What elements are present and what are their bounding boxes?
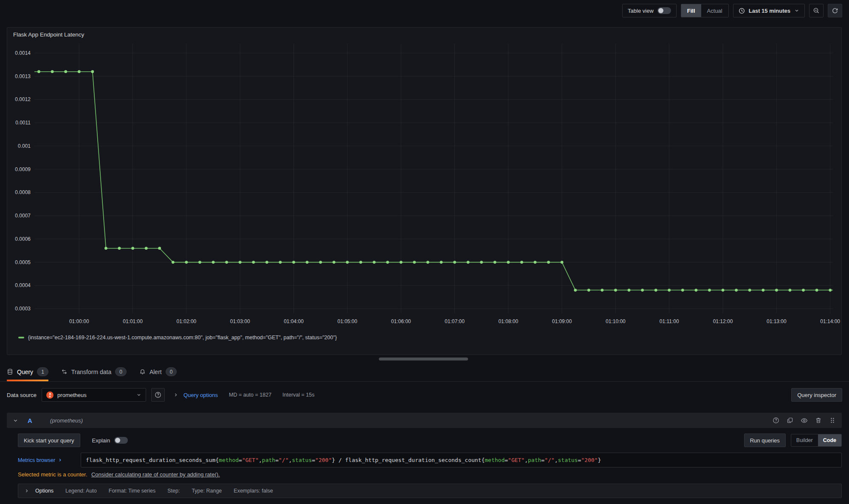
table-view-control[interactable]: Table view [622, 4, 677, 17]
series-point [145, 247, 148, 250]
datasource-help-button[interactable] [151, 388, 165, 402]
series-line [34, 72, 833, 290]
pane-resize-handle[interactable] [379, 358, 468, 360]
eye-icon [801, 417, 808, 424]
x-tick-label: 01:01:00 [123, 318, 143, 324]
legend-series-label[interactable]: {instance="ec2-184-169-216-224.us-west-1… [28, 335, 337, 341]
delete-query-button[interactable] [815, 417, 822, 424]
toggle-query-visibility-button[interactable] [801, 417, 808, 424]
time-range-picker[interactable]: Last 15 minutes [733, 4, 805, 17]
query-row-header[interactable]: A (prometheus) [7, 413, 842, 428]
promql-query-input[interactable]: flask_http_request_duration_seconds_sum{… [81, 453, 842, 467]
explain-label: Explain [92, 437, 110, 444]
tab-transform-data[interactable]: Transform data 0 [61, 362, 127, 381]
series-point [426, 261, 429, 264]
query-row-body: Kick start your query Explain Run querie… [7, 428, 842, 498]
fill-actual-segmented: Fill Actual [681, 4, 729, 17]
legend: {instance="ec2-184-169-216-224.us-west-1… [18, 335, 841, 341]
query-ref-id[interactable]: A [28, 417, 32, 424]
refresh-button[interactable] [828, 4, 842, 17]
y-tick-label: 0.0003 [15, 306, 31, 312]
series-point [279, 261, 282, 264]
run-queries-button[interactable]: Run queries [744, 434, 786, 447]
chevron-down-icon [794, 8, 799, 13]
series-point [587, 289, 590, 292]
x-tick-label: 01:03:00 [230, 318, 250, 324]
x-tick-label: 01:13:00 [767, 318, 787, 324]
query-options-collapsed[interactable]: Options Legend: AutoFormat: Time seriesS… [18, 484, 842, 498]
warning-text: Selected metric is a counter. [18, 471, 87, 478]
tab-alert[interactable]: Alert 0 [139, 362, 177, 381]
query-input-row: Metrics browser flask_http_request_durat… [18, 453, 842, 467]
metrics-browser-toggle[interactable]: Metrics browser [18, 457, 81, 463]
drag-query-handle[interactable] [829, 417, 836, 424]
promql-token: method [219, 457, 239, 463]
series-point [239, 261, 242, 264]
series-point [775, 289, 778, 292]
y-tick-label: 0.0008 [15, 189, 31, 195]
explain-toggle[interactable] [114, 437, 128, 444]
series-point [252, 261, 255, 264]
series-point [668, 289, 671, 292]
duplicate-query-button[interactable] [787, 417, 793, 424]
zoom-out-button[interactable] [809, 4, 824, 17]
panel-title: Flask App Endpoint Latency [7, 28, 841, 38]
y-tick-label: 0.0009 [15, 166, 31, 172]
tab-query[interactable]: Query 1 [7, 362, 48, 381]
query-help-button[interactable] [773, 417, 779, 424]
series-point [695, 289, 698, 292]
x-tick-label: 01:12:00 [713, 318, 733, 324]
add-rate-link[interactable]: Consider calculating rate of counter by … [91, 471, 220, 478]
promql-token: , [259, 457, 262, 463]
series-point [829, 289, 832, 292]
series-point [601, 289, 604, 292]
promql-token: status [558, 457, 578, 463]
editor-tabs: Query 1 Transform data 0 Alert 0 [0, 362, 849, 382]
x-tick-label: 01:02:00 [177, 318, 197, 324]
series-point [413, 261, 416, 264]
series-point [386, 261, 389, 264]
query-inspector-button[interactable]: Query inspector [791, 388, 842, 402]
y-tick-label: 0.0005 [15, 259, 31, 265]
collapse-chevron-icon[interactable] [13, 418, 18, 423]
series-point [37, 70, 40, 73]
datasource-row: Data source prometheus Query options MD … [0, 386, 849, 404]
series-point [212, 261, 215, 264]
bell-icon [139, 369, 146, 375]
actual-button[interactable]: Actual [701, 4, 728, 17]
query-datasource-hint: (prometheus) [50, 417, 83, 424]
series-point [78, 70, 81, 73]
x-tick-label: 01:00:00 [69, 318, 89, 324]
series-point [333, 261, 336, 264]
builder-code-segmented: Builder Code [791, 434, 842, 447]
transform-icon [61, 369, 68, 375]
option-summary-item: Format: Time series [109, 488, 155, 494]
builder-button[interactable]: Builder [791, 434, 818, 446]
legend-series-swatch [18, 337, 24, 338]
promql-token: } [598, 457, 601, 463]
code-button[interactable]: Code [818, 434, 841, 446]
series-point [292, 261, 295, 264]
y-tick-label: 0.001 [18, 143, 31, 149]
fill-button[interactable]: Fill [681, 4, 701, 17]
time-series-chart[interactable]: 0.00140.00130.00120.00110.0010.00090.000… [7, 39, 841, 335]
database-icon [7, 369, 13, 375]
table-view-toggle[interactable] [657, 7, 671, 14]
series-point [480, 261, 483, 264]
counter-warning: Selected metric is a counter. Consider c… [18, 471, 842, 478]
zoom-out-icon [813, 7, 820, 14]
dashboard-header: Table view Fill Actual Last 15 minutes [0, 0, 849, 21]
datasource-picker[interactable]: prometheus [42, 388, 146, 402]
series-point [815, 289, 818, 292]
chart-svg: 0.00140.00130.00120.00110.0010.00090.000… [7, 39, 841, 333]
promql-token: path [262, 457, 275, 463]
series-point [158, 247, 161, 250]
query-options-toggle[interactable]: Query options [183, 392, 218, 398]
y-tick-label: 0.0007 [15, 213, 31, 219]
kick-start-query-button[interactable]: Kick start your query [18, 434, 80, 447]
promql-token: "200" [581, 457, 598, 463]
option-summary-item: Type: Range [192, 488, 222, 494]
chevron-right-icon[interactable] [173, 392, 178, 397]
query-editor: A (prometheus) [7, 413, 842, 498]
y-tick-label: 0.0006 [15, 236, 31, 242]
